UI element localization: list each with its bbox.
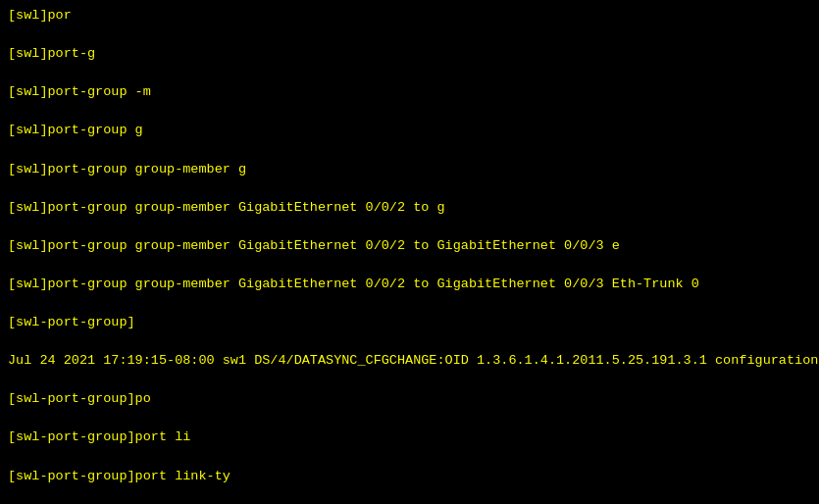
terminal-line: [swl]port-group group-member GigabitEthe… (8, 236, 811, 256)
terminal-line: [swl]port-group g (8, 121, 811, 140)
terminal-line: [swl]port-group -m (8, 82, 811, 102)
terminal-line: [swl-port-group]port li (8, 428, 811, 447)
terminal-line: [swl]por (8, 6, 811, 25)
terminal-line: [swl-port-group] (8, 313, 811, 332)
terminal-line: [swl-port-group]port link-ty (8, 467, 811, 486)
terminal-line: [swl]port-group group-member g (8, 160, 811, 179)
terminal-line: [swl]port-group group-member GigabitEthe… (8, 275, 811, 294)
terminal-line: [swl]port-g (8, 44, 811, 64)
terminal-line: [swl]port-group group-member GigabitEthe… (8, 198, 811, 218)
terminal-line: [swl-port-group]po (8, 389, 811, 409)
terminal-line: Jul 24 2021 17:19:15-08:00 sw1 DS/4/DATA… (8, 351, 811, 371)
terminal-window[interactable]: [swl]por [swl]port-g [swl]port-group -m … (0, 0, 819, 504)
